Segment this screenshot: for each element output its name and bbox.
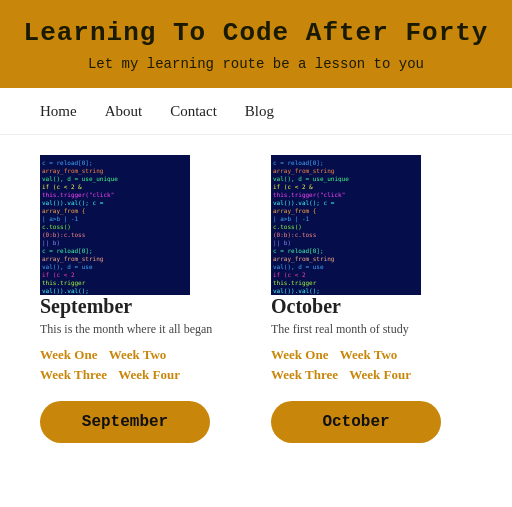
site-header: Learning To Code After Forty Let my lear…	[0, 0, 512, 88]
svg-text:array_from {: array_from {	[273, 207, 316, 215]
september-button[interactable]: September	[40, 401, 210, 443]
card-october-links: Week One Week Two Week Three Week Four	[271, 347, 419, 387]
oct-week-four[interactable]: Week Four	[349, 367, 411, 382]
svg-text:val()).val();: val()).val();	[42, 287, 89, 294]
svg-text:| a>b | -1: | a>b | -1	[42, 215, 79, 223]
svg-text:if (c < 2: if (c < 2	[273, 271, 306, 278]
svg-text:if (c < 2: if (c < 2	[42, 271, 75, 278]
oct-week-two[interactable]: Week Two	[340, 347, 398, 362]
oct-link-row-2: Week Three Week Four	[271, 367, 419, 383]
svg-text:|| b): || b)	[42, 239, 60, 247]
site-title: Learning To Code After Forty	[20, 18, 492, 48]
svg-text:c.toss(): c.toss()	[273, 223, 302, 230]
card-october-desc: The first real month of study	[271, 322, 409, 337]
card-october-title: October	[271, 295, 341, 318]
svg-text:array_from_string: array_from_string	[42, 255, 104, 263]
sept-week-one[interactable]: Week One	[40, 347, 97, 362]
card-september: c = reload[0]; array_from_string val(), …	[40, 155, 241, 443]
oct-week-one[interactable]: Week One	[271, 347, 328, 362]
october-button[interactable]: October	[271, 401, 441, 443]
card-september-image: c = reload[0]; array_from_string val(), …	[40, 155, 190, 295]
svg-text:val(), d = use: val(), d = use	[273, 263, 324, 270]
svg-text:this.trigger("click": this.trigger("click"	[42, 191, 114, 199]
card-october: c = reload[0]; array_from_string val(), …	[271, 155, 472, 443]
main-content: c = reload[0]; array_from_string val(), …	[0, 135, 512, 473]
oct-link-row-1: Week One Week Two	[271, 347, 419, 363]
svg-text:|| b): || b)	[273, 239, 291, 247]
svg-text:c = reload[0];: c = reload[0];	[42, 159, 93, 166]
svg-text:val()).val(); c =: val()).val(); c =	[273, 199, 335, 206]
svg-text:c = reload[0];: c = reload[0];	[273, 247, 324, 254]
svg-text:this.trigger("click": this.trigger("click"	[273, 191, 345, 199]
svg-text:val(), d = use: val(), d = use	[42, 263, 93, 270]
nav-blog[interactable]: Blog	[245, 103, 274, 119]
svg-text:val()).val(); c =: val()).val(); c =	[42, 199, 104, 206]
card-october-image: c = reload[0]; array_from_string val(), …	[271, 155, 421, 295]
svg-text:if (c < 2 &: if (c < 2 &	[273, 183, 313, 190]
svg-text:c.toss(): c.toss()	[42, 223, 71, 230]
svg-text:array_from {: array_from {	[42, 207, 85, 215]
svg-text:c = reload[0];: c = reload[0];	[42, 247, 93, 254]
card-september-desc: This is the month where it all began	[40, 322, 212, 337]
svg-text:array_from_string: array_from_string	[273, 167, 335, 175]
card-september-links: Week One Week Two Week Three Week Four	[40, 347, 188, 387]
nav-about[interactable]: About	[105, 103, 143, 119]
svg-text:c = reload[0];: c = reload[0];	[273, 159, 324, 166]
svg-text:this.trigger: this.trigger	[42, 279, 86, 287]
sept-week-four[interactable]: Week Four	[118, 367, 180, 382]
nav-home[interactable]: Home	[40, 103, 77, 119]
svg-text:(0:b):c.toss: (0:b):c.toss	[42, 231, 86, 238]
sept-week-two[interactable]: Week Two	[109, 347, 167, 362]
svg-text:| a>b | -1: | a>b | -1	[273, 215, 310, 223]
svg-text:this.trigger: this.trigger	[273, 279, 317, 287]
site-nav: Home About Contact Blog	[0, 88, 512, 135]
oct-week-three[interactable]: Week Three	[271, 367, 338, 382]
svg-text:(0:b):c.toss: (0:b):c.toss	[273, 231, 317, 238]
link-row-2: Week Three Week Four	[40, 367, 188, 383]
sept-week-three[interactable]: Week Three	[40, 367, 107, 382]
svg-text:array_from_string: array_from_string	[273, 255, 335, 263]
nav-contact[interactable]: Contact	[170, 103, 217, 119]
card-september-title: September	[40, 295, 132, 318]
svg-text:val(), d = use_unique: val(), d = use_unique	[42, 175, 118, 183]
site-tagline: Let my learning route be a lesson to you	[20, 56, 492, 72]
svg-text:val()).val();: val()).val();	[273, 287, 320, 294]
svg-text:val(), d = use_unique: val(), d = use_unique	[273, 175, 349, 183]
svg-text:if (c < 2 &: if (c < 2 &	[42, 183, 82, 190]
svg-text:array_from_string: array_from_string	[42, 167, 104, 175]
link-row-1: Week One Week Two	[40, 347, 188, 363]
